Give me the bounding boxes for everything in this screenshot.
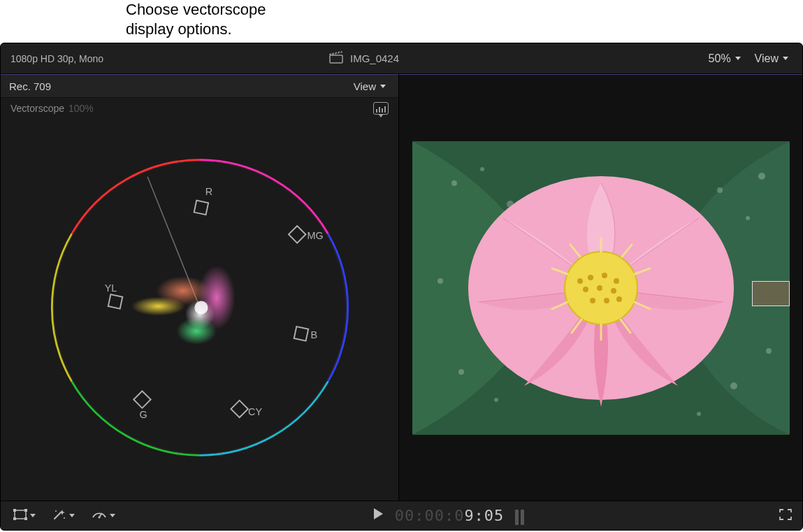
scope-scale-label: 100% <box>68 103 94 114</box>
target-mg: MG <box>307 230 323 241</box>
target-b: B <box>310 329 317 340</box>
transport-bar: 00:00:09:05 <box>1 501 802 530</box>
color-space-label: Rec. 709 <box>9 80 51 92</box>
retime-tool-dropdown[interactable] <box>89 506 118 525</box>
chevron-down-icon <box>110 514 115 517</box>
svg-point-22 <box>458 369 464 375</box>
vectorscope-display: R MG B CY G YL <box>1 115 398 501</box>
timecode-value: 9:05 <box>464 507 504 524</box>
selection-overlay[interactable] <box>752 281 790 306</box>
target-r: R <box>205 186 212 197</box>
play-icon <box>372 509 384 523</box>
svg-point-13 <box>176 317 217 344</box>
clapperboard-icon <box>329 51 343 66</box>
target-cy: CY <box>248 406 262 417</box>
zoom-dropdown[interactable]: 50% <box>704 50 745 68</box>
timecode-leading: 00:00:0 <box>395 507 465 524</box>
scopes-panel: Rec. 709 View Vectorscope 100% <box>1 74 399 501</box>
target-g: G <box>139 409 147 420</box>
svg-rect-6 <box>231 401 247 417</box>
transform-icon <box>13 509 27 522</box>
chevron-down-icon <box>783 57 788 60</box>
svg-point-27 <box>437 278 443 284</box>
svg-point-14 <box>194 301 208 314</box>
play-button[interactable] <box>372 508 384 524</box>
svg-point-17 <box>480 167 484 171</box>
format-label: 1080p HD 30p, Mono <box>10 53 322 64</box>
svg-point-21 <box>758 173 765 180</box>
svg-point-25 <box>697 412 701 416</box>
svg-point-23 <box>494 398 498 402</box>
fullscreen-icon <box>779 512 793 523</box>
svg-point-31 <box>588 275 593 280</box>
svg-point-16 <box>451 180 457 186</box>
svg-rect-5 <box>294 326 308 340</box>
target-yl: YL <box>104 282 117 294</box>
content-area: Rec. 709 View Vectorscope 100% <box>1 74 802 501</box>
svg-point-32 <box>602 273 607 278</box>
chevron-down-icon <box>380 85 386 88</box>
svg-point-35 <box>597 285 602 291</box>
svg-point-26 <box>766 348 772 354</box>
svg-rect-4 <box>288 226 305 243</box>
vectorscope-svg: R MG B CY G YL <box>32 140 368 475</box>
scope-subheader: Vectorscope 100% <box>1 98 398 115</box>
callout-line2: display options. <box>126 20 308 39</box>
svg-point-56 <box>55 510 57 512</box>
scope-type-label: Vectorscope <box>10 103 64 114</box>
svg-point-57 <box>64 517 65 519</box>
svg-point-38 <box>604 298 609 303</box>
scope-settings-button[interactable] <box>373 102 389 115</box>
viewer-canvas[interactable] <box>399 75 802 501</box>
viewer-view-dropdown[interactable]: View <box>751 50 793 68</box>
clip-name: IMG_0424 <box>350 52 399 64</box>
chevron-down-icon <box>30 514 36 517</box>
viewer-panel <box>399 74 802 501</box>
chevron-down-icon <box>69 514 75 517</box>
svg-point-20 <box>746 216 750 220</box>
svg-rect-8 <box>108 294 122 308</box>
svg-rect-51 <box>15 510 26 519</box>
viewer-view-label: View <box>755 52 779 65</box>
timecode-display[interactable]: 00:00:09:05 <box>395 507 505 524</box>
svg-point-19 <box>717 187 723 193</box>
callout-line1: Choose vectorscope <box>126 0 308 20</box>
enhance-tool-dropdown[interactable] <box>50 505 78 526</box>
svg-point-37 <box>590 298 595 303</box>
svg-point-59 <box>99 517 101 519</box>
svg-rect-53 <box>24 509 27 512</box>
fullscreen-button[interactable] <box>779 508 793 523</box>
svg-rect-7 <box>133 391 150 408</box>
svg-point-36 <box>611 288 616 294</box>
callout-text: Choose vectorscope display options. <box>126 0 308 43</box>
svg-rect-52 <box>13 509 16 512</box>
retime-icon <box>92 509 107 522</box>
preview-image <box>412 141 790 435</box>
svg-rect-54 <box>13 517 16 520</box>
transform-tool-dropdown[interactable] <box>10 506 38 525</box>
svg-point-24 <box>730 382 737 389</box>
zoom-value: 50% <box>709 52 731 65</box>
svg-rect-55 <box>24 517 27 520</box>
svg-point-39 <box>616 296 622 302</box>
svg-rect-3 <box>194 201 208 215</box>
svg-point-40 <box>577 278 583 284</box>
app-window: 1080p HD 30p, Mono IMG_0424 50% View <box>0 43 803 531</box>
svg-rect-0 <box>330 55 342 63</box>
scopes-header: Rec. 709 View <box>1 74 398 98</box>
svg-point-33 <box>614 278 619 284</box>
scopes-view-label: View <box>354 80 376 92</box>
enhance-icon <box>52 508 66 523</box>
audio-meter <box>515 507 524 525</box>
viewer-top-bar: 1080p HD 30p, Mono IMG_0424 50% View <box>1 43 802 74</box>
scopes-view-dropdown[interactable]: View <box>349 78 390 95</box>
chevron-down-icon <box>735 57 741 60</box>
svg-point-34 <box>583 287 588 292</box>
